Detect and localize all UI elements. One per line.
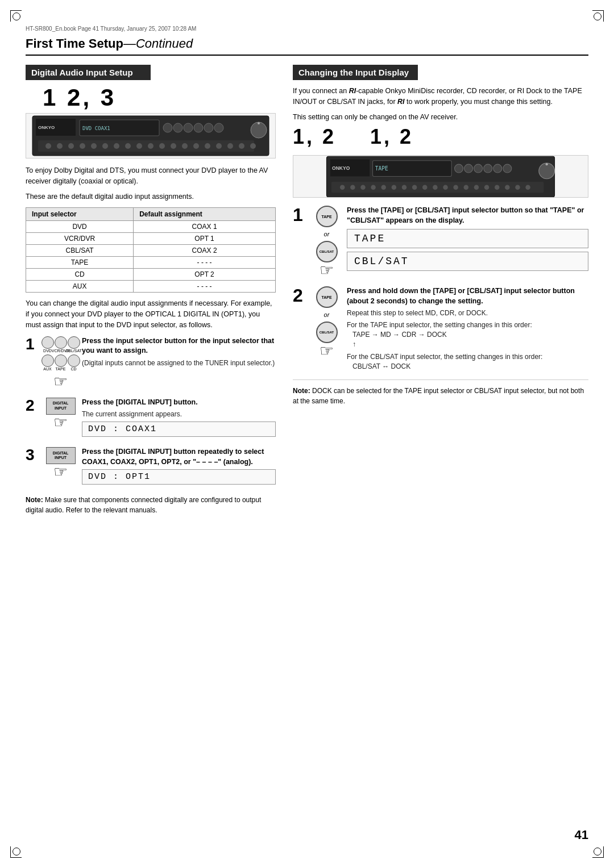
svg-point-42 [493,164,502,173]
digital-input-button-2: DIGITALINPUT [46,447,76,464]
divider [293,379,588,380]
left-section-heading: Digital Audio Input Setup [26,65,151,80]
svg-text:ONKYO: ONKYO [332,165,350,170]
svg-point-53 [422,185,428,190]
table-col2-header: Default assignment [134,208,276,221]
right-step2: 2 TAPE or CBL/SAT ☞ Press and hold down … [293,286,588,372]
svg-text:ONKYO: ONKYO [38,125,55,130]
hand-icon-step1: ☞ [53,374,68,390]
right-note-heading: Note: [293,387,310,395]
svg-point-47 [360,185,366,190]
right-step2-title: Press and hold down the [TAPE] or [CBL/S… [347,286,588,306]
step-num-right-1: 1, 2 [293,127,336,147]
right-section-heading: Changing the Input Display [293,65,418,80]
svg-point-48 [371,185,376,190]
svg-text:DVD      COAX1: DVD COAX1 [82,126,110,131]
right-step2-body3: For the CBL/SAT input selector, the sett… [347,352,588,362]
receiver-svg-left: ONKYO DVD COAX1 [26,113,275,158]
table-cell: AUX [26,281,134,293]
left-body3: You can change the digital audio input a… [26,298,276,330]
step3-num: 3 [26,447,39,463]
table-cell: CBL/SAT [26,245,134,257]
table-cell: COAX 1 [134,221,276,233]
step2-lcd: DVD : COAX1 [82,422,276,437]
btn-dvd-label: DVD [43,349,52,353]
svg-point-51 [402,185,407,190]
receiver-svg-right: ONKYO TAPE [293,155,588,198]
hand-icon-step2: ☞ [53,415,68,431]
svg-point-17 [102,143,108,149]
reg-dot-tl [13,12,20,20]
step2-content: Press the [DIGITAL INPUT] button. The cu… [82,398,276,439]
svg-point-52 [412,185,417,190]
svg-point-62 [515,185,520,190]
table-cell: TAPE [26,257,134,269]
svg-point-16 [91,143,97,149]
or-label: or [324,231,330,237]
btn-cd [68,354,80,367]
svg-point-61 [505,185,510,190]
page-number: 41 [575,828,588,842]
svg-point-31 [251,122,267,138]
svg-text:TAPE: TAPE [375,165,388,172]
btn-tape-label: TAPE [56,367,66,372]
svg-point-60 [495,185,500,190]
svg-point-43 [503,164,512,173]
svg-point-14 [68,143,74,149]
step2-icon: DIGITALINPUT ☞ [45,398,76,431]
hand-icon-step3: ☞ [53,464,68,480]
svg-point-23 [171,143,176,149]
svg-point-55 [443,185,448,190]
right-body2: This setting can only be changed on the … [293,112,588,123]
table-cell: - - - - [134,257,276,269]
right-step1-lcd2: CBL/SAT [347,252,588,271]
svg-point-39 [464,164,473,173]
reg-dot-br [594,848,601,856]
right-step1-icon: TAPE or CBL/SAT ☞ [311,206,342,278]
svg-point-24 [182,143,188,149]
hand-icon-right-step1: ☞ [320,262,334,278]
svg-point-29 [239,143,244,149]
svg-point-25 [193,143,199,149]
step2-body: The current assignment appears. [82,410,276,419]
step-num-right-2: 1, 2 [370,127,413,147]
reg-dot-tr [594,12,601,20]
tape-button-2: TAPE [316,286,338,308]
svg-point-50 [392,185,397,190]
svg-point-18 [114,143,119,149]
right-body1: If you connect an RI-capable Onkyo MiniD… [293,86,588,107]
right-column: Changing the Input Display If you connec… [293,65,588,515]
cblsat-button: CBL/SAT [316,241,338,262]
svg-point-59 [484,185,489,190]
step1-title: Press the input selector button for the … [82,336,276,356]
step3-content: Press the [DIGITAL INPUT] button repeate… [82,447,276,487]
btn-cd-label: CD [70,367,76,372]
svg-point-6 [173,123,182,132]
svg-point-49 [381,185,386,190]
page-title: First Time Setup—Continued [26,36,588,56]
right-step2-tape-order: TAPE → MD → CDR → DOCK [352,330,588,340]
btn-aux [42,354,54,367]
step3-lcd: DVD : OPT1 [82,469,276,485]
input-assignment-table: Input selector Default assignment DVDCOA… [26,207,276,293]
step3-icon: DIGITALINPUT ☞ [45,447,76,480]
step1-body: (Digital inputs cannot be assigned to th… [82,358,276,368]
table-col1-header: Input selector [26,208,134,221]
svg-point-54 [433,185,438,190]
svg-point-28 [227,143,233,149]
svg-point-8 [194,123,203,132]
right-step2-tape-arrow: ↑ [352,340,588,349]
device-image-left: ONKYO DVD COAX1 [26,113,276,158]
svg-point-58 [474,185,479,190]
svg-point-65 [546,163,548,165]
right-step1-lcd1: TAPE [347,229,588,248]
svg-point-9 [204,123,213,132]
right-step1-num: 1 [293,206,306,224]
left-note-body: Make sure that components connected digi… [26,496,261,514]
left-step3: 3 DIGITALINPUT ☞ Press the [DIGITAL INPU… [26,447,276,487]
table-cell: CD [26,269,134,281]
table-cell: COAX 2 [134,245,276,257]
svg-point-7 [184,123,193,132]
left-note-heading: Note: [26,496,43,504]
svg-point-22 [159,143,165,149]
